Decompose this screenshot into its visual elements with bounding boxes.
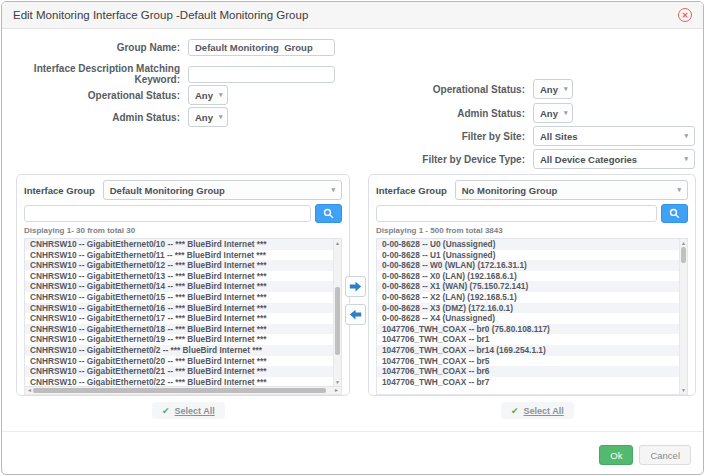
operational-status-label-right: Operational Status: [355,84,533,95]
interface-list-item[interactable]: 0-00-8628 -- X4 (Unassigned) [377,313,679,324]
dialog-title: Edit Monitoring Interface Group -Default… [13,9,308,21]
operational-status-label-left: Operational Status: [2,90,188,101]
admin-status-value-left: Any [195,112,213,123]
keyword-label: Interface Description Matching Keyword: [2,63,188,85]
interface-list-item[interactable]: CNHRSW10 -- GigabitEthernet0/18 -- *** B… [25,324,333,335]
check-icon: ✔ [162,406,170,416]
interface-list-item[interactable]: CNHRSW10 -- GigabitEthernet0/17 -- *** B… [25,313,333,324]
chevron-down-icon: ▾ [671,186,681,194]
interface-group-label-right: Interface Group [376,185,447,196]
keyword-input[interactable] [188,66,335,83]
search-input-left[interactable] [24,205,311,222]
interface-list-item[interactable]: 0-00-8628 -- X1 (WAN) (75.150.72.141) [377,281,679,292]
horizontal-scrollbar-left[interactable]: ◄ ► [24,387,342,395]
interface-group-select-right[interactable]: No Monitoring Group ▾ [455,180,688,200]
interface-list-item[interactable]: CNHRSW10 -- GigabitEthernet0/11 -- *** B… [25,250,333,261]
chevron-down-icon: ▾ [558,85,568,93]
scroll-right-icon[interactable]: ► [334,387,339,394]
interface-list-item[interactable]: 1047706_TWH_COAX -- br14 (169.254.1.1) [377,345,679,356]
filter-by-site-label: Filter by Site: [355,131,533,142]
scroll-up-icon[interactable]: ▲ [334,240,341,246]
source-interfaces-panel: Interface Group Default Monitoring Group… [16,174,350,396]
group-name-label: Group Name: [2,42,188,53]
filter-by-site-value: All Sites [540,131,578,142]
interface-list-item[interactable]: 0-00-8628 -- X0 (LAN) (192.168.6.1) [377,271,679,282]
ok-button[interactable]: Ok [599,445,633,465]
interface-list-item[interactable]: 1047706_TWH_COAX -- br1 [377,334,679,345]
chevron-down-icon: ▾ [325,186,335,194]
move-right-button[interactable] [345,276,366,297]
interface-list-item[interactable]: 0-00-8628 -- U1 (Unassigned) [377,250,679,261]
cancel-button[interactable]: Cancel [639,445,691,465]
scroll-up-icon[interactable]: ▲ [680,240,687,246]
operational-status-value-left: Any [195,90,213,101]
interface-list-item[interactable]: 1047706_TWH_COAX -- br6 [377,366,679,377]
interface-list-item[interactable]: CNHRSW10 -- GigabitEthernet0/22 -- *** B… [25,377,333,386]
interface-list-item[interactable]: 1047706_TWH_COAX -- br5 [377,356,679,367]
filter-by-device-type-select[interactable]: All Device Categories ▾ [533,149,695,169]
search-button-left[interactable] [315,204,342,223]
filter-by-device-type-label: Filter by Device Type: [355,154,533,165]
search-input-right[interactable] [376,205,657,222]
scrollbar-thumb[interactable] [33,388,326,393]
search-button-right[interactable] [661,204,688,223]
scroll-left-icon[interactable]: ◄ [27,387,32,394]
select-all-label-left: Select All [175,406,215,416]
chevron-down-icon: ▾ [678,132,688,140]
interface-list-item[interactable]: CNHRSW10 -- GigabitEthernet0/19 -- *** B… [25,334,333,345]
interface-list-item[interactable]: CNHRSW10 -- GigabitEthernet0/16 -- *** B… [25,303,333,314]
move-left-button[interactable] [345,304,366,325]
select-all-button-right[interactable]: ✔ Select All [501,402,574,419]
displaying-text-left: Displaying 1- 30 from total 30 [24,226,342,236]
close-icon[interactable]: ✕ [678,8,692,22]
interface-list-item[interactable]: CNHRSW10 -- GigabitEthernet0/10 -- *** B… [25,239,333,250]
interface-list-item[interactable]: 1047706_TWH_COAX -- br7 [377,377,679,388]
interface-list-item[interactable]: CNHRSW10 -- GigabitEthernet0/15 -- *** B… [25,292,333,303]
operational-status-select-left[interactable]: Any ▾ [188,85,228,105]
select-all-button-left[interactable]: ✔ Select All [152,402,225,419]
dialog-header: Edit Monitoring Interface Group -Default… [2,2,703,29]
select-all-label-right: Select All [524,406,564,416]
scrollbar-thumb[interactable] [335,287,340,355]
vertical-scrollbar-left[interactable]: ▲ ▼ [333,239,341,386]
operational-status-select-right[interactable]: Any ▾ [533,79,573,99]
interface-list-item[interactable]: CNHRSW10 -- GigabitEthernet0/21 -- *** B… [25,366,333,377]
target-interfaces-panel: Interface Group No Monitoring Group ▾ Di… [368,174,696,396]
filter-by-site-select[interactable]: All Sites ▾ [533,126,695,146]
admin-status-label-left: Admin Status: [2,112,188,123]
edit-monitoring-interface-group-dialog: Edit Monitoring Interface Group -Default… [1,1,704,475]
interface-list-item[interactable]: 1047706_TWH_COAX -- br0 (75.80.108.117) [377,324,679,335]
interface-list-container-right: 0-00-8628 -- U0 (Unassigned)0-00-8628 --… [376,238,688,395]
interface-group-value-left: Default Monitoring Group [110,185,225,196]
interface-list-container-left: CNHRSW10 -- GigabitEthernet0/10 -- *** B… [24,238,342,387]
vertical-scrollbar-right[interactable]: ▲ ▼ [679,239,687,394]
search-icon [323,208,334,219]
chevron-down-icon: ▾ [678,155,688,163]
interface-list-item[interactable]: CNHRSW10 -- GigabitEthernet0/14 -- *** B… [25,281,333,292]
interface-group-select-left[interactable]: Default Monitoring Group ▾ [103,180,342,200]
interface-list-item[interactable]: CNHRSW10 -- GigabitEthernet0/13 -- *** B… [25,271,333,282]
admin-status-select-right[interactable]: Any ▾ [533,103,573,123]
scroll-down-icon[interactable]: ▼ [334,379,341,385]
interface-list-item[interactable]: CNHRSW10 -- GigabitEthernet0/2 -- *** Bl… [25,345,333,356]
interface-list-item[interactable]: CNHRSW10 -- GigabitEthernet0/20 -- *** B… [25,356,333,367]
transfer-controls [345,276,367,332]
interface-list-item[interactable]: 0-00-8628 -- W0 (WLAN) (172.16.31.1) [377,260,679,271]
interface-list-item[interactable]: 0-00-8628 -- U0 (Unassigned) [377,239,679,250]
interface-group-label-left: Interface Group [24,185,95,196]
admin-status-value-right: Any [540,108,558,119]
group-name-input[interactable] [188,39,335,56]
check-icon: ✔ [511,406,519,416]
admin-status-select-left[interactable]: Any ▾ [188,107,228,127]
admin-status-label-right: Admin Status: [355,108,533,119]
operational-status-value-right: Any [540,84,558,95]
arrow-right-icon [349,280,362,293]
scroll-down-icon[interactable]: ▼ [680,387,687,393]
interface-list-right: 0-00-8628 -- U0 (Unassigned)0-00-8628 --… [377,239,679,394]
interface-list-item[interactable]: CNHRSW10 -- GigabitEthernet0/12 -- *** B… [25,260,333,271]
interface-list-item[interactable]: 0-00-8628 -- X3 (DMZ) (172.16.0.1) [377,303,679,314]
scrollbar-thumb[interactable] [681,247,686,263]
dialog-footer: Ok Cancel [2,431,703,474]
interface-list-item[interactable]: 0-00-8628 -- X2 (LAN) (192.168.5.1) [377,292,679,303]
search-icon [669,208,680,219]
